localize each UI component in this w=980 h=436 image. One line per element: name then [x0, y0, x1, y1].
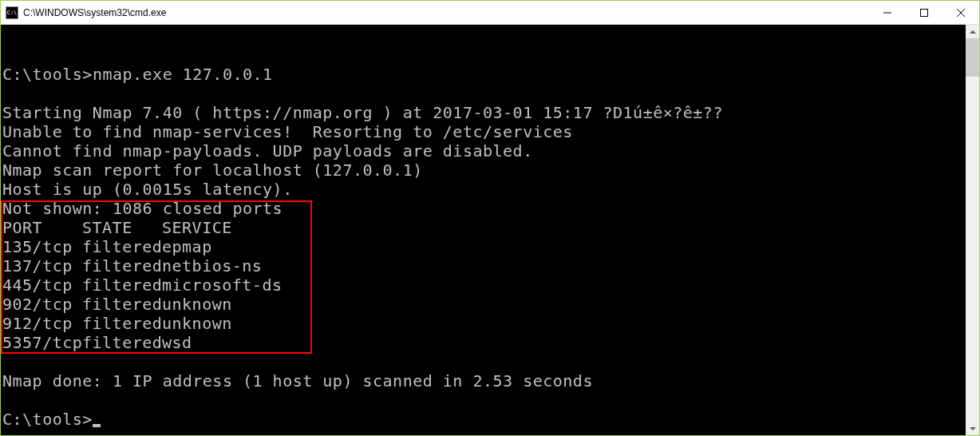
- svg-marker-5: [970, 427, 976, 430]
- output-line: Cannot find nmap-payloads. UDP payloads …: [2, 141, 966, 161]
- cell-state: filtered: [82, 333, 162, 352]
- close-button[interactable]: [942, 1, 979, 24]
- output-line: Nmap done: 1 IP address (1 host up) scan…: [2, 371, 966, 390]
- svg-rect-1: [921, 9, 928, 16]
- command-text: nmap.exe 127.0.0.1: [93, 65, 273, 84]
- cell-service: microsoft-ds: [162, 275, 283, 295]
- table-row: 445/tcpfilteredmicrosoft-ds: [2, 275, 966, 295]
- output-line: Not shown: 1086 closed ports: [2, 199, 966, 218]
- cell-service: epmap: [162, 237, 212, 256]
- cell-port: 137/tcp: [2, 256, 82, 275]
- cell-port: 5357/tcp: [2, 333, 82, 352]
- col-state-header: STATE: [82, 218, 162, 237]
- scrollbar-track[interactable]: [966, 38, 979, 422]
- scroll-up-arrow[interactable]: [966, 25, 979, 38]
- cell-state: filtered: [82, 237, 162, 256]
- window-title: C:\WINDOWS\system32\cmd.exe: [23, 7, 869, 18]
- cell-state: filtered: [82, 275, 162, 295]
- cell-service: unknown: [162, 314, 232, 333]
- minimize-button[interactable]: [869, 1, 906, 24]
- table-header: PORTSTATESERVICE: [2, 218, 966, 237]
- output-line: Unable to find nmap-services! Resorting …: [2, 122, 966, 141]
- col-service-header: SERVICE: [162, 218, 232, 237]
- table-row: 5357/tcpfilteredwsd: [2, 333, 966, 352]
- table-row: 902/tcpfilteredunknown: [2, 295, 966, 314]
- terminal-content: C:\tools>nmap.exe 127.0.0.1Starting Nmap…: [1, 25, 966, 435]
- output-line: Host is up (0.0015s latency).: [2, 180, 966, 199]
- maximize-button[interactable]: [906, 1, 942, 24]
- vertical-scrollbar[interactable]: [966, 25, 979, 435]
- cell-service: netbios-ns: [162, 256, 262, 275]
- scrollbar-thumb[interactable]: [966, 38, 979, 77]
- col-port-header: PORT: [2, 218, 82, 237]
- prompt-path: C:\tools>: [2, 410, 93, 429]
- table-row: 137/tcpfilterednetbios-ns: [2, 256, 966, 275]
- cell-state: filtered: [82, 256, 162, 275]
- cell-service: wsd: [162, 333, 192, 352]
- cell-service: unknown: [162, 295, 232, 314]
- output-line: Starting Nmap 7.40 ( https://nmap.org ) …: [2, 103, 966, 122]
- table-row: 912/tcpfilteredunknown: [2, 314, 966, 333]
- terminal-area[interactable]: C:\tools>nmap.exe 127.0.0.1Starting Nmap…: [1, 25, 979, 435]
- table-row: 135/tcpfilteredepmap: [2, 237, 966, 256]
- output-line: Nmap scan report for localhost (127.0.0.…: [2, 161, 966, 180]
- cell-port: 445/tcp: [2, 275, 82, 295]
- cell-port: 902/tcp: [2, 295, 82, 314]
- cursor: [93, 424, 101, 427]
- cell-port: 912/tcp: [2, 314, 82, 333]
- cell-state: filtered: [82, 295, 162, 314]
- scroll-down-arrow[interactable]: [966, 422, 979, 435]
- cell-state: filtered: [82, 314, 162, 333]
- title-bar: C:\ C:\WINDOWS\system32\cmd.exe: [1, 1, 979, 25]
- svg-marker-4: [970, 30, 976, 34]
- app-icon: C:\: [6, 6, 18, 19]
- cell-port: 135/tcp: [2, 237, 82, 256]
- prompt-path: C:\tools>: [2, 65, 93, 84]
- window-controls: [869, 1, 979, 24]
